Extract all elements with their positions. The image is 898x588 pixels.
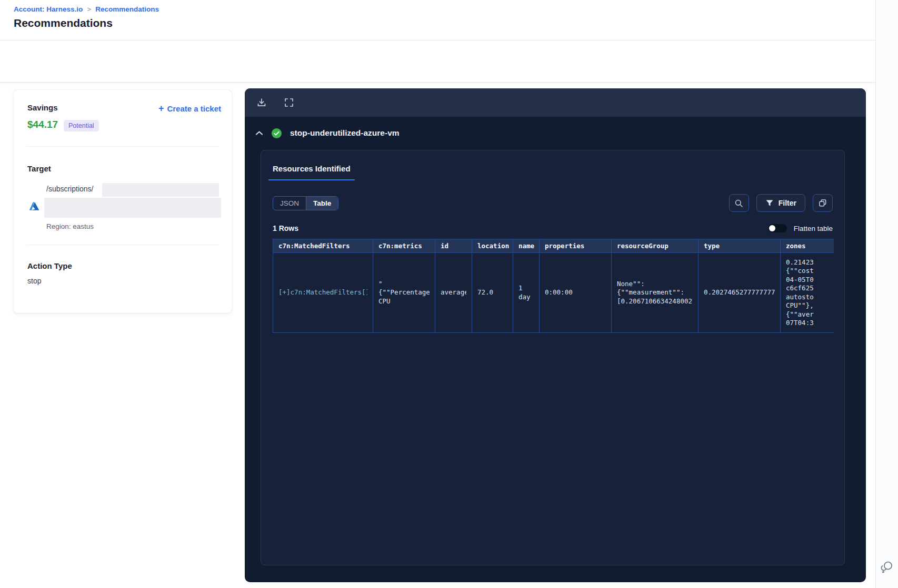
plus-icon: +: [158, 104, 164, 113]
table-row: [+]c7n:MatchedFilters[] " {""Percentage …: [273, 253, 834, 333]
table-controls-row: JSON Table Filter: [273, 194, 833, 212]
resources-table-viewport: c7n:MatchedFilters c7n:metrics id locati…: [273, 239, 834, 333]
cell-properties: 0:00:00: [545, 288, 606, 297]
chevron-up-icon[interactable]: [255, 130, 263, 136]
breadcrumb-current-link[interactable]: Recommendations: [95, 5, 159, 13]
savings-potential-badge: Potential: [64, 120, 99, 131]
evaluation-results-panel: stop-underutilized-azure-vm Resources Id…: [245, 88, 866, 582]
view-toggle-json[interactable]: JSON: [273, 197, 306, 210]
savings-label: Savings: [27, 103, 58, 112]
panel-toolbar: [245, 88, 866, 117]
cell-location: 72.0: [477, 288, 507, 297]
col-c7n-matchedfilters: c7n:MatchedFilters: [273, 239, 373, 253]
view-toggle: JSON Table: [273, 196, 338, 210]
card-divider: [26, 146, 219, 147]
target-label: Target: [27, 164, 51, 173]
target-region: Region: eastus: [46, 222, 94, 230]
view-toggle-table[interactable]: Table: [306, 197, 338, 210]
right-rail: [875, 0, 898, 588]
tab-resources-identified[interactable]: Resources Identified: [268, 161, 355, 180]
col-properties: properties: [540, 239, 612, 253]
col-type: type: [699, 239, 781, 253]
table-header-row: c7n:MatchedFilters c7n:metrics id locati…: [273, 239, 834, 253]
azure-icon: [27, 200, 41, 214]
breadcrumb-separator-icon: >: [87, 5, 91, 13]
resources-card: Resources Identified JSON Table Filter: [261, 150, 845, 565]
table-meta-row: 1 Rows Flatten table: [273, 224, 833, 232]
col-location: location: [472, 239, 513, 253]
page-title: Recommendations: [14, 17, 113, 29]
search-icon[interactable]: [729, 194, 749, 212]
col-zones: zones: [781, 239, 834, 253]
filter-button[interactable]: Filter: [756, 194, 805, 212]
copy-icon[interactable]: [813, 194, 833, 212]
redacted-resource-path: [44, 198, 221, 218]
cell-resourcegroup: None"": {""measurement"": [0.20671066342…: [617, 280, 693, 306]
card-divider: [26, 245, 219, 245]
cell-id: average: [441, 288, 466, 297]
action-type-value: stop: [27, 277, 41, 285]
rule-result-group-header: stop-underutilized-azure-vm: [245, 117, 866, 149]
col-name: name: [513, 239, 540, 253]
target-path: /subscriptions/: [46, 185, 93, 193]
col-resourcegroup: resourceGroup: [612, 239, 699, 253]
flatten-table-toggle[interactable]: [768, 224, 787, 232]
flatten-table-label: Flatten table: [794, 225, 833, 232]
redacted-subscription-id: [102, 183, 219, 197]
toggle-knob: [769, 225, 775, 231]
cell-type: 0.20274652777777777: [704, 288, 775, 297]
download-icon[interactable]: [255, 96, 268, 109]
success-check-icon: [271, 128, 282, 139]
resources-table: c7n:MatchedFilters c7n:metrics id locati…: [273, 239, 834, 333]
breadcrumb-account-link[interactable]: Account: Harness.io: [14, 5, 83, 13]
funnel-icon: [765, 199, 774, 207]
flatten-table-control: Flatten table: [768, 224, 833, 232]
matched-filters-expander[interactable]: [+]c7n:MatchedFilters[]: [278, 288, 367, 297]
table-actions: Filter: [729, 194, 833, 212]
cell-c7n-metrics: " {""Percentage CPU: [378, 280, 430, 306]
savings-value: $44.17: [27, 119, 58, 130]
fullscreen-icon[interactable]: [282, 96, 296, 109]
action-type-label: Action Type: [27, 261, 72, 270]
create-ticket-button[interactable]: + Create a ticket: [158, 104, 221, 113]
recommendation-summary-card: Savings + Create a ticket $44.17 Potenti…: [14, 90, 232, 313]
rule-result-title: stop-underutilized-azure-vm: [290, 128, 400, 138]
rule-header: stop-underutilized-azure-vm Last evaluat…: [0, 40, 875, 83]
create-ticket-label: Create a ticket: [167, 104, 221, 113]
col-id: id: [435, 239, 472, 253]
cell-zones: 0.21423 {""cost 04-05T0 c6cf625 autosto …: [786, 258, 834, 328]
rows-count: 1 Rows: [273, 224, 298, 232]
help-chat-icon[interactable]: [880, 559, 895, 575]
col-c7n-metrics: c7n:metrics: [373, 239, 435, 253]
cell-name: 1 day: [518, 284, 534, 301]
filter-label: Filter: [779, 199, 796, 207]
breadcrumb: Account: Harness.io > Recommendations: [14, 5, 159, 13]
